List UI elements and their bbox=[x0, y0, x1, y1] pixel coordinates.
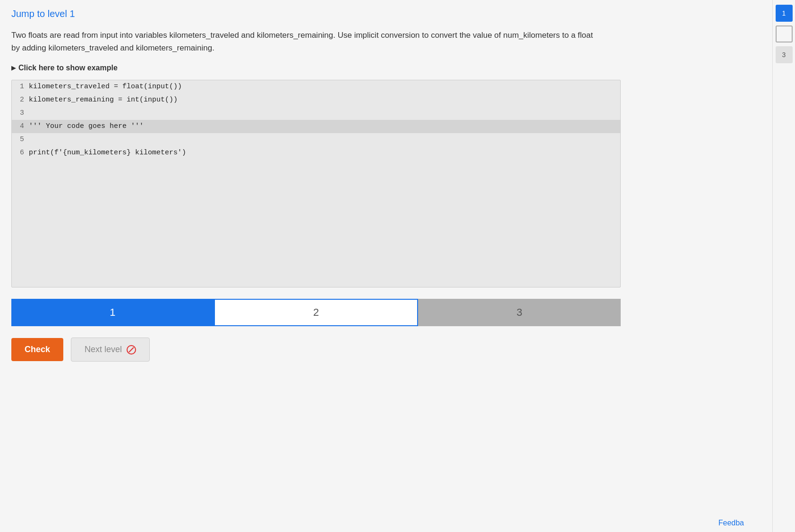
show-example-toggle[interactable]: Click here to show example bbox=[11, 64, 761, 72]
jump-to-level-link[interactable]: Jump to level 1 bbox=[11, 8, 75, 19]
sidebar-item-3[interactable]: 3 bbox=[776, 46, 793, 63]
level-tab-bar: 123 bbox=[11, 299, 621, 326]
code-line: 6print(f'{num_kilometers} kilometers') bbox=[12, 146, 620, 160]
tab-item-1[interactable]: 1 bbox=[11, 299, 214, 326]
check-button[interactable]: Check bbox=[11, 338, 63, 361]
line-number: 4 bbox=[12, 120, 29, 133]
line-content: ''' Your code goes here ''' bbox=[29, 120, 611, 133]
sidebar-item-1[interactable]: 1 bbox=[776, 5, 793, 22]
code-line: 4''' Your code goes here ''' bbox=[12, 120, 620, 133]
tab-item-3[interactable]: 3 bbox=[418, 299, 621, 326]
no-entry-icon bbox=[127, 345, 136, 355]
tab-item-2[interactable]: 2 bbox=[214, 299, 419, 326]
code-line: 1kilometers_traveled = float(input()) bbox=[12, 80, 620, 93]
next-level-label: Next level bbox=[85, 345, 122, 355]
feedback-link[interactable]: Feedba bbox=[718, 519, 744, 527]
code-line: 3 bbox=[12, 107, 620, 120]
line-content: kilometers_remaining = int(input()) bbox=[29, 93, 611, 107]
next-level-button[interactable]: Next level bbox=[71, 338, 150, 362]
line-number: 5 bbox=[12, 133, 29, 146]
bottom-actions: Check Next level bbox=[11, 338, 761, 362]
line-number: 2 bbox=[12, 93, 29, 107]
line-content: print(f'{num_kilometers} kilometers') bbox=[29, 146, 611, 160]
code-line: 2kilometers_remaining = int(input()) bbox=[12, 93, 620, 107]
code-editor[interactable]: 1kilometers_traveled = float(input())2ki… bbox=[11, 80, 621, 287]
code-line: 5 bbox=[12, 133, 620, 146]
line-number: 6 bbox=[12, 146, 29, 160]
right-sidebar: 1 3 bbox=[772, 0, 795, 532]
line-number: 3 bbox=[12, 107, 29, 120]
line-content: kilometers_traveled = float(input()) bbox=[29, 80, 611, 93]
description-text: Two floats are read from input into vari… bbox=[11, 29, 602, 54]
sidebar-item-2[interactable] bbox=[776, 25, 793, 42]
line-number: 1 bbox=[12, 80, 29, 93]
